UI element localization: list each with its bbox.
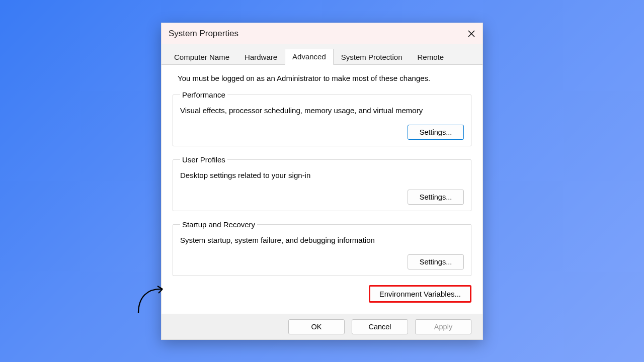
user-profiles-legend: User Profiles (180, 155, 227, 164)
tab-system-protection[interactable]: System Protection (334, 49, 410, 65)
environment-variables-button[interactable]: Environment Variables... (369, 285, 471, 303)
titlebar: System Properties (162, 23, 482, 44)
system-properties-dialog: System Properties Computer Name Hardware… (161, 23, 483, 340)
tab-remote[interactable]: Remote (410, 49, 452, 65)
user-profiles-settings-button[interactable]: Settings... (408, 190, 464, 205)
env-variables-row: Environment Variables... (173, 285, 471, 303)
dialog-title: System Properties (169, 29, 238, 39)
dialog-footer: OK Cancel Apply (162, 314, 482, 339)
close-icon[interactable] (465, 28, 477, 40)
ok-button[interactable]: OK (288, 319, 345, 334)
annotation-arrow-icon (132, 282, 173, 317)
tab-strip: Computer Name Hardware Advanced System P… (162, 44, 482, 65)
startup-recovery-desc: System startup, system failure, and debu… (180, 236, 464, 244)
performance-settings-button[interactable]: Settings... (408, 125, 464, 140)
performance-desc: Visual effects, processor scheduling, me… (180, 106, 464, 115)
apply-button[interactable]: Apply (415, 319, 471, 334)
startup-recovery-settings-button[interactable]: Settings... (408, 254, 464, 269)
admin-note: You must be logged on as an Administrato… (178, 74, 471, 82)
cancel-button[interactable]: Cancel (352, 319, 408, 334)
tab-hardware[interactable]: Hardware (237, 49, 285, 65)
user-profiles-group: User Profiles Desktop settings related t… (173, 155, 471, 211)
tab-advanced[interactable]: Advanced (285, 49, 334, 65)
tab-computer-name[interactable]: Computer Name (167, 49, 237, 65)
startup-recovery-group: Startup and Recovery System startup, sys… (173, 220, 471, 276)
performance-group: Performance Visual effects, processor sc… (173, 90, 471, 146)
user-profiles-desc: Desktop settings related to your sign-in (180, 171, 464, 179)
advanced-tab-panel: You must be logged on as an Administrato… (162, 65, 482, 314)
performance-legend: Performance (180, 90, 227, 99)
startup-recovery-legend: Startup and Recovery (180, 220, 257, 229)
